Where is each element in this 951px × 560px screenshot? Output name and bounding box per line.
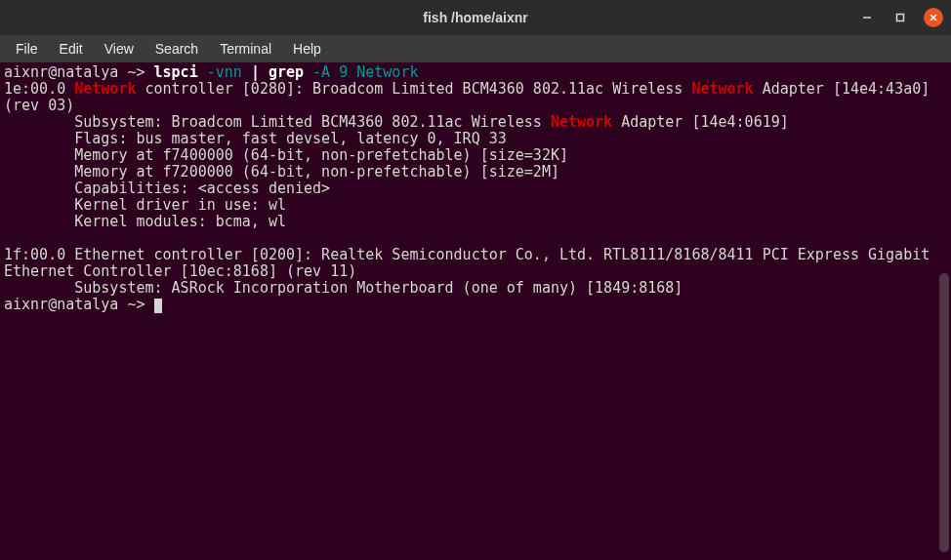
minimize-button[interactable] (857, 8, 877, 27)
menu-view[interactable]: View (95, 38, 144, 60)
prompt-user-host: aixnr@natalya (4, 63, 118, 81)
out-line: controller [0280]: Broadcom Limited BCM4… (136, 80, 691, 98)
out-line: Adapter [14e4:0619] (612, 113, 789, 131)
grep-highlight: Network (74, 80, 136, 98)
out-line: Kernel modules: bcma, wl (4, 213, 286, 230)
prompt-arrow: ~> (118, 63, 153, 81)
svg-rect-1 (897, 15, 904, 21)
out-line: Capabilities: <access denied> (4, 180, 330, 197)
cmd-args-vnn: -vnn (198, 63, 251, 81)
scrollbar-vertical[interactable] (939, 273, 949, 552)
terminal-cursor (154, 299, 162, 313)
out-line: Flags: bus master, fast devsel, latency … (4, 130, 507, 147)
cmd-args-grep: -A 9 Network (304, 63, 418, 81)
close-button[interactable] (924, 8, 943, 27)
cmd-grep: grep (260, 63, 304, 81)
out-line: 1e:00.0 (4, 80, 74, 98)
maximize-button[interactable] (890, 8, 910, 27)
menu-edit[interactable]: Edit (50, 38, 93, 60)
menubar: File Edit View Search Terminal Help (0, 35, 951, 62)
cmd-pipe: | (251, 63, 260, 81)
out-line: Subsystem: ASRock Incorporation Motherbo… (4, 279, 682, 297)
grep-highlight: Network (691, 80, 753, 98)
menu-terminal[interactable]: Terminal (210, 38, 281, 60)
window-title: fish /home/aixnr (423, 10, 527, 25)
out-line: Subsystem: Broadcom Limited BCM4360 802.… (4, 113, 551, 131)
prompt-user-host: aixnr@natalya (4, 296, 118, 313)
cmd-lspci: lspci (154, 63, 198, 81)
out-line: Kernel driver in use: wl (4, 196, 286, 214)
out-line: Memory at f7400000 (64-bit, non-prefetch… (4, 146, 568, 164)
out-line: 1f:00.0 Ethernet controller [0200]: Real… (4, 246, 938, 280)
prompt-arrow: ~> (118, 296, 153, 313)
out-line: Memory at f7200000 (64-bit, non-prefetch… (4, 163, 559, 180)
window-controls (857, 8, 943, 27)
menu-help[interactable]: Help (283, 38, 331, 60)
terminal-area[interactable]: aixnr@natalya ~> lspci -vnn | grep -A 9 … (0, 62, 951, 560)
window-titlebar: fish /home/aixnr (0, 0, 951, 35)
grep-highlight: Network (551, 113, 612, 131)
menu-search[interactable]: Search (145, 38, 208, 60)
menu-file[interactable]: File (6, 38, 48, 60)
